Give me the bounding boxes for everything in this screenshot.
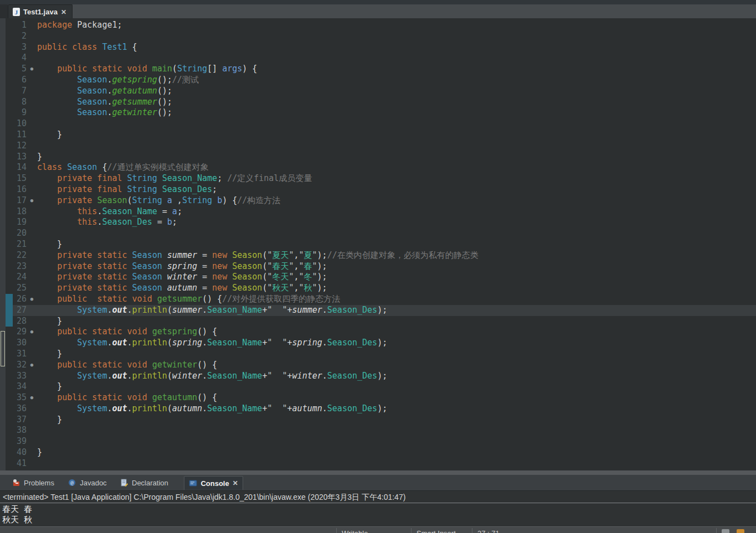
- code-line-19[interactable]: 19 this.Season_Des = b;: [6, 217, 756, 228]
- fold-column: [27, 75, 37, 86]
- line-number: 35: [6, 392, 27, 403]
- code-line-8[interactable]: 8 Season.getsummer();: [6, 97, 756, 108]
- view-tab-close-icon[interactable]: ✕: [233, 479, 238, 487]
- code-line-15[interactable]: 15 private final String Season_Name; //定…: [6, 173, 756, 184]
- line-number: 8: [6, 97, 27, 108]
- code-line-31[interactable]: 31 }: [6, 349, 756, 360]
- code-line-9[interactable]: 9 Season.getwinter();: [6, 107, 756, 118]
- view-tab-console[interactable]: Console✕: [184, 476, 243, 490]
- fold-marker-icon[interactable]: ●: [27, 360, 37, 371]
- problems-icon: [12, 479, 20, 487]
- line-number: 11: [6, 130, 27, 141]
- fold-column: [27, 436, 37, 447]
- fold-marker-icon[interactable]: ●: [27, 327, 37, 338]
- line-number: 18: [6, 206, 27, 218]
- fold-column: [27, 141, 37, 152]
- code-line-18[interactable]: 18 this.Season_Name = a;: [6, 206, 756, 218]
- console-status-line: <terminated> Test1 [Java Application] C:…: [0, 490, 756, 503]
- code-line-14[interactable]: 14class Season {//通过单实例模式创建对象: [6, 162, 756, 173]
- status-monitor-icon[interactable]: [722, 529, 729, 533]
- line-number: 34: [6, 381, 27, 392]
- code-line-5[interactable]: 5● public static void main(String[] args…: [6, 64, 756, 75]
- code-text: }: [37, 381, 62, 392]
- code-line-39[interactable]: 39: [6, 436, 756, 447]
- line-number: 20: [6, 228, 27, 239]
- code-text: public static void getsummer() {//对外提供获取…: [37, 294, 340, 305]
- fold-column: [27, 272, 37, 283]
- code-line-3[interactable]: 3public class Test1 {: [6, 42, 756, 53]
- line-number: 14: [6, 162, 27, 173]
- view-tab-javadoc[interactable]: @Javadoc: [64, 476, 111, 489]
- code-text: private Season(String a ,String b) {//构造…: [37, 195, 280, 206]
- view-tab-label: Problems: [24, 479, 54, 487]
- code-line-23[interactable]: 23 private static Season spring = new Se…: [6, 261, 756, 272]
- editor-tab-bar: J Test1.java ✕: [0, 4, 756, 19]
- status-writable: Writable: [342, 529, 368, 533]
- line-number: 15: [6, 173, 27, 184]
- line-number: 37: [6, 415, 27, 426]
- view-tab-declaration[interactable]: Declaration: [116, 476, 173, 489]
- line-number: 17: [6, 195, 27, 206]
- tab-close-icon[interactable]: ✕: [61, 8, 66, 16]
- code-line-4[interactable]: 4: [6, 53, 756, 64]
- code-line-41[interactable]: 41: [6, 458, 756, 469]
- code-text: System.out.println(autumn.Season_Name+" …: [37, 403, 387, 415]
- fold-marker-icon[interactable]: ●: [27, 64, 37, 75]
- code-text: }: [37, 239, 62, 250]
- code-line-34[interactable]: 34 }: [6, 381, 756, 392]
- status-insert-mode: Smart Insert: [416, 529, 456, 533]
- line-number: 25: [6, 283, 27, 294]
- code-line-27[interactable]: 27 System.out.println(summer.Season_Name…: [6, 305, 756, 316]
- code-line-40[interactable]: 40}: [6, 447, 756, 458]
- fold-column: [27, 42, 37, 53]
- minimized-view-handle[interactable]: [1, 331, 5, 366]
- line-number: 36: [6, 403, 27, 415]
- code-line-26[interactable]: 26● public static void getsummer() {//对外…: [6, 294, 756, 305]
- code-editor[interactable]: 1package Package1;23public class Test1 {…: [6, 18, 756, 470]
- status-cursor-position: 27 : 71: [477, 529, 500, 533]
- code-line-25[interactable]: 25 private static Season autumn = new Se…: [6, 283, 756, 294]
- code-line-30[interactable]: 30 System.out.println(spring.Season_Name…: [6, 338, 756, 349]
- code-line-11[interactable]: 11 }: [6, 130, 756, 141]
- status-progress-icon[interactable]: [737, 529, 744, 533]
- code-line-33[interactable]: 33 System.out.println(winter.Season_Name…: [6, 371, 756, 382]
- status-divider: [472, 528, 472, 533]
- code-line-7[interactable]: 7 Season.getautumn();: [6, 86, 756, 97]
- code-line-1[interactable]: 1package Package1;: [6, 20, 756, 31]
- console-output[interactable]: 春天 春秋天 秋: [0, 504, 756, 526]
- line-number: 23: [6, 261, 27, 272]
- code-line-36[interactable]: 36 System.out.println(autumn.Season_Name…: [6, 403, 756, 415]
- view-tab-problems[interactable]: Problems: [8, 476, 59, 489]
- code-line-37[interactable]: 37 }: [6, 415, 756, 426]
- code-line-6[interactable]: 6 Season.getspring();//测试: [6, 75, 756, 86]
- code-line-21[interactable]: 21 }: [6, 239, 756, 250]
- code-line-28[interactable]: 28 }: [6, 316, 756, 327]
- code-line-20[interactable]: 20: [6, 228, 756, 239]
- line-number: 33: [6, 371, 27, 382]
- horizontal-splitter[interactable]: [0, 470, 756, 475]
- code-line-16[interactable]: 16 private final String Season_Des;: [6, 184, 756, 195]
- code-text: this.Season_Name = a;: [37, 206, 182, 218]
- code-line-24[interactable]: 24 private static Season winter = new Se…: [6, 272, 756, 283]
- code-line-13[interactable]: 13}: [6, 152, 756, 163]
- code-line-17[interactable]: 17● private Season(String a ,String b) {…: [6, 195, 756, 206]
- code-line-32[interactable]: 32● public static void getwinter() {: [6, 360, 756, 371]
- code-line-2[interactable]: 2: [6, 31, 756, 42]
- fold-column: [27, 447, 37, 458]
- code-line-12[interactable]: 12: [6, 141, 756, 152]
- fold-marker-icon[interactable]: ●: [27, 195, 37, 206]
- code-line-29[interactable]: 29● public static void getspring() {: [6, 327, 756, 338]
- tab-bar-lead: [0, 4, 8, 18]
- code-line-35[interactable]: 35● public static void getautumn() {: [6, 392, 756, 403]
- code-text: this.Season_Des = b;: [37, 217, 177, 228]
- fold-marker-icon[interactable]: ●: [27, 392, 37, 403]
- fold-column: [27, 130, 37, 141]
- code-line-38[interactable]: 38: [6, 425, 756, 436]
- line-number: 16: [6, 184, 27, 195]
- fold-marker-icon[interactable]: ●: [27, 294, 37, 305]
- fold-column: [27, 31, 37, 42]
- code-line-22[interactable]: 22 private static Season summer = new Se…: [6, 250, 756, 261]
- code-line-10[interactable]: 10: [6, 118, 756, 130]
- line-number: 13: [6, 152, 27, 163]
- tab-test1-java[interactable]: J Test1.java ✕: [8, 4, 73, 19]
